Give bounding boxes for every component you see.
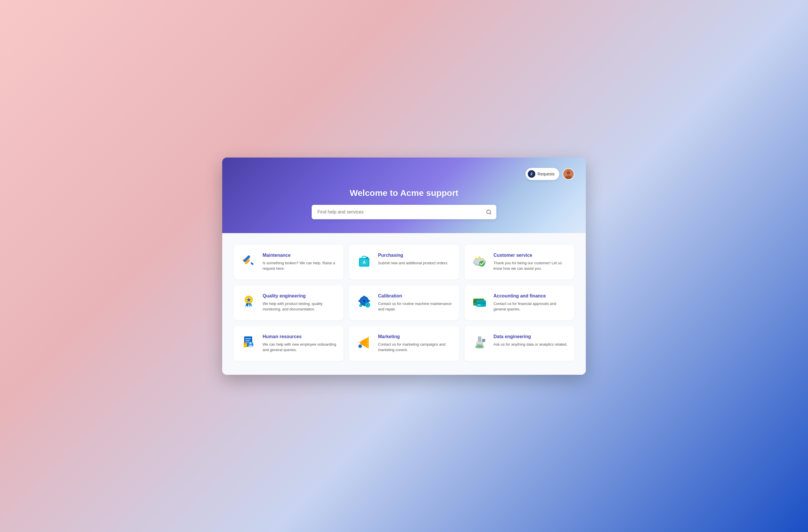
card-data-engineering-title: Data engineering [494, 334, 567, 339]
card-marketing-title: Marketing [378, 334, 452, 339]
svg-point-24 [363, 299, 366, 302]
svg-rect-48 [244, 343, 246, 344]
card-purchasing[interactable]: A Purchasing Submit new and additional p… [349, 245, 459, 279]
card-maintenance-title: Maintenance [263, 253, 336, 258]
svg-rect-39 [477, 305, 481, 306]
card-marketing-desc: Contact us for marketing campaigns and m… [378, 342, 452, 353]
search-button[interactable] [486, 209, 492, 215]
svg-point-18 [479, 256, 480, 258]
search-icon [486, 209, 492, 215]
accounting-icon [472, 293, 488, 310]
card-quality-engineering-desc: We help with product testing, quality mo… [263, 301, 336, 312]
header-top: 2 Requests [234, 168, 574, 180]
app-window: 2 Requests Welcome to Acme support [222, 158, 586, 375]
card-calibration-desc: Contact us for routine machine maintenan… [378, 301, 452, 312]
svg-point-33 [360, 305, 362, 306]
card-maintenance-desc: Is something broken? We can help. Raise … [263, 260, 336, 272]
svg-rect-25 [363, 296, 365, 297]
svg-rect-28 [368, 300, 370, 302]
card-quality-engineering-title: Quality engineering [263, 293, 336, 299]
svg-point-17 [475, 258, 477, 259]
card-accounting-finance[interactable]: Accounting and finance Contact us for fi… [464, 285, 574, 320]
card-purchasing-desc: Submit new and additional product orders… [378, 260, 452, 266]
card-maintenance[interactable]: Maintenance Is something broken? We can … [234, 245, 344, 279]
card-data-engineering-content: Data engineering Ask us for anything dat… [494, 334, 567, 347]
card-quality-engineering-content: Quality engineering We help with product… [263, 293, 336, 312]
card-accounting-finance-content: Accounting and finance Contact us for fi… [494, 293, 567, 312]
svg-text:A: A [363, 260, 366, 264]
svg-point-46 [249, 345, 253, 347]
card-human-resources-desc: We can help with new employee onboarding… [263, 342, 336, 353]
svg-rect-38 [476, 302, 486, 304]
svg-point-54 [480, 345, 481, 346]
data-engineering-icon [472, 334, 488, 350]
svg-rect-26 [363, 305, 365, 306]
requests-badge: 2 [528, 170, 535, 178]
svg-point-53 [478, 345, 479, 347]
svg-point-31 [367, 304, 368, 306]
cards-grid: Maintenance Is something broken? We can … [234, 245, 574, 361]
search-container [312, 205, 496, 219]
card-human-resources-title: Human resources [263, 334, 336, 339]
svg-rect-8 [251, 262, 254, 265]
svg-point-56 [483, 340, 484, 341]
purchasing-icon: A [356, 253, 372, 269]
card-marketing[interactable]: Marketing Contact us for marketing campa… [349, 326, 459, 361]
card-calibration-title: Calibration [378, 293, 452, 299]
marketing-icon [356, 334, 372, 350]
card-purchasing-content: Purchasing Submit new and additional pro… [378, 253, 452, 266]
card-accounting-finance-desc: Contact us for financial approvals and g… [494, 301, 567, 312]
card-maintenance-content: Maintenance Is something broken? We can … [263, 253, 336, 272]
svg-line-4 [490, 213, 491, 214]
main-content: Maintenance Is something broken? We can … [222, 233, 586, 375]
card-purchasing-title: Purchasing [378, 253, 452, 258]
svg-rect-41 [245, 338, 251, 339]
svg-point-13 [366, 257, 368, 259]
svg-rect-27 [359, 300, 360, 302]
hr-icon [241, 334, 257, 350]
card-customer-service-content: Customer service Thank you for being our… [494, 253, 567, 272]
card-data-engineering[interactable]: Data engineering Ask us for anything dat… [464, 326, 574, 361]
card-customer-service-title: Customer service [494, 253, 567, 258]
requests-label: Requests [538, 172, 555, 176]
search-input[interactable] [312, 205, 496, 219]
header: 2 Requests Welcome to Acme support [222, 158, 586, 233]
card-calibration[interactable]: Calibration Contact us for routine machi… [349, 285, 459, 320]
avatar[interactable] [563, 168, 574, 180]
card-calibration-content: Calibration Contact us for routine machi… [378, 293, 452, 312]
svg-point-50 [359, 345, 361, 347]
svg-rect-42 [245, 340, 250, 341]
card-human-resources-content: Human resources We can help with new emp… [263, 334, 336, 353]
svg-rect-51 [478, 336, 481, 342]
card-customer-service[interactable]: Customer service Thank you for being our… [464, 245, 574, 279]
svg-point-19 [482, 258, 484, 259]
quality-engineering-icon [241, 293, 257, 310]
requests-button[interactable]: 2 Requests [526, 168, 559, 180]
svg-point-45 [249, 342, 252, 345]
calibration-icon [356, 293, 372, 310]
svg-point-1 [567, 171, 570, 175]
card-human-resources[interactable]: Human resources We can help with new emp… [234, 326, 344, 361]
page-title: Welcome to Acme support [234, 188, 574, 198]
card-marketing-content: Marketing Contact us for marketing campa… [378, 334, 452, 353]
card-accounting-finance-title: Accounting and finance [494, 293, 567, 299]
card-customer-service-desc: Thank you for being our customer! Let us… [494, 260, 567, 272]
customer-service-icon [472, 253, 488, 269]
card-data-engineering-desc: Ask us for anything data or analytics re… [494, 342, 567, 347]
maintenance-icon [241, 253, 257, 269]
card-quality-engineering[interactable]: Quality engineering We help with product… [234, 285, 344, 320]
